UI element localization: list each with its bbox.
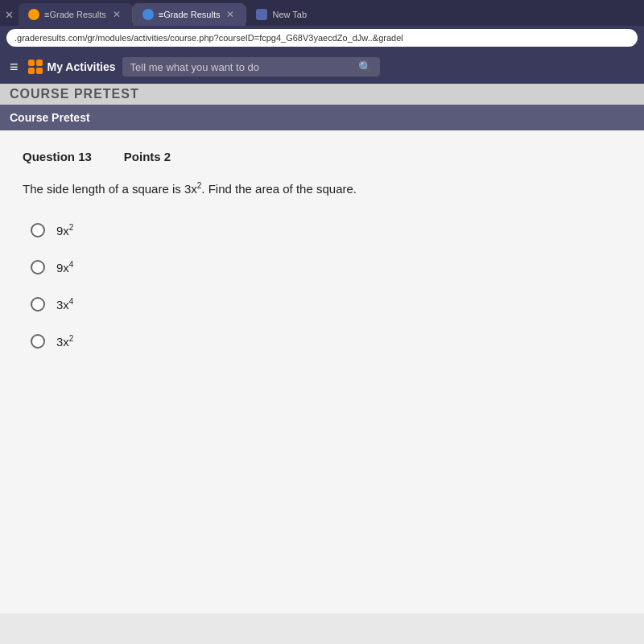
tab-2[interactable]: ≡Grade Results ✕ (133, 3, 246, 26)
hamburger-menu[interactable]: ≡ (6, 56, 22, 79)
option-2[interactable]: 9x4 (31, 260, 621, 275)
radio-3[interactable] (31, 297, 45, 312)
option-3-base: 3x (56, 298, 69, 312)
tab-3-icon (256, 9, 267, 20)
tab-2-icon (142, 9, 154, 20)
course-title-text: Course Pretest (10, 87, 139, 101)
course-title-bar: Course Pretest (0, 84, 644, 105)
grid-icon (28, 60, 43, 74)
option-3-exp: 4 (69, 297, 74, 306)
option-1-text: 9x2 (56, 223, 73, 237)
tab-3-label: New Tab (272, 10, 317, 19)
address-bar: .graderesults.com/gr/modules/activities/… (0, 26, 644, 50)
tab-1-label: ≡Grade Results (44, 10, 106, 19)
radio-1[interactable] (31, 223, 45, 237)
question-text-before: The side length of a square is 3x (23, 182, 197, 196)
main-content: Question 13 Points 2 The side length of … (0, 130, 644, 613)
question-text-after: . Find the area of the square. (201, 182, 357, 196)
my-activities-label: My Activities (47, 60, 116, 73)
section-header-text: Course Pretest (10, 111, 90, 124)
search-input[interactable] (130, 61, 353, 73)
option-4-text: 3x2 (56, 334, 73, 349)
option-1-base: 9x (56, 224, 69, 237)
search-bar[interactable]: 🔍 (122, 57, 380, 76)
nav-bar: ≡ My Activities 🔍 (0, 50, 644, 84)
question-number: Question 13 (23, 150, 92, 163)
option-4-exp: 2 (69, 334, 74, 343)
option-4[interactable]: 3x2 (31, 334, 621, 349)
option-4-base: 3x (56, 335, 69, 349)
options-list: 9x2 9x4 3x4 3x2 (23, 223, 621, 349)
question-header: Question 13 Points 2 (23, 150, 621, 163)
tab-2-label: ≡Grade Results (159, 10, 221, 19)
tab-bar: ✕ ≡Grade Results ✕ ≡Grade Results ✕ New … (0, 0, 644, 26)
question-text: The side length of a square is 3x2. Find… (23, 180, 621, 199)
option-2-base: 9x (56, 261, 69, 275)
tab-2-close[interactable]: ✕ (225, 9, 236, 20)
option-1[interactable]: 9x2 (31, 223, 621, 237)
option-2-exp: 4 (69, 260, 74, 269)
tab-3[interactable]: New Tab (246, 3, 327, 26)
browser-chrome: ✕ ≡Grade Results ✕ ≡Grade Results ✕ New … (0, 0, 644, 130)
option-3[interactable]: 3x4 (31, 297, 621, 312)
address-input[interactable]: .graderesults.com/gr/modules/activities/… (6, 29, 638, 47)
section-header: Course Pretest (0, 105, 644, 130)
option-3-text: 3x4 (56, 297, 73, 312)
my-activities-button[interactable]: My Activities (28, 60, 116, 74)
points-label: Points 2 (124, 150, 171, 163)
window-close-btn[interactable]: ✕ (0, 3, 19, 26)
radio-4[interactable] (31, 334, 45, 349)
tab-1-close[interactable]: ✕ (111, 9, 122, 20)
search-icon: 🔍 (358, 60, 372, 73)
tab-1[interactable]: ≡Grade Results ✕ (19, 3, 132, 26)
radio-2[interactable] (31, 260, 45, 275)
option-1-exp: 2 (69, 223, 74, 232)
tab-1-icon (28, 9, 39, 20)
option-2-text: 9x4 (56, 260, 73, 275)
